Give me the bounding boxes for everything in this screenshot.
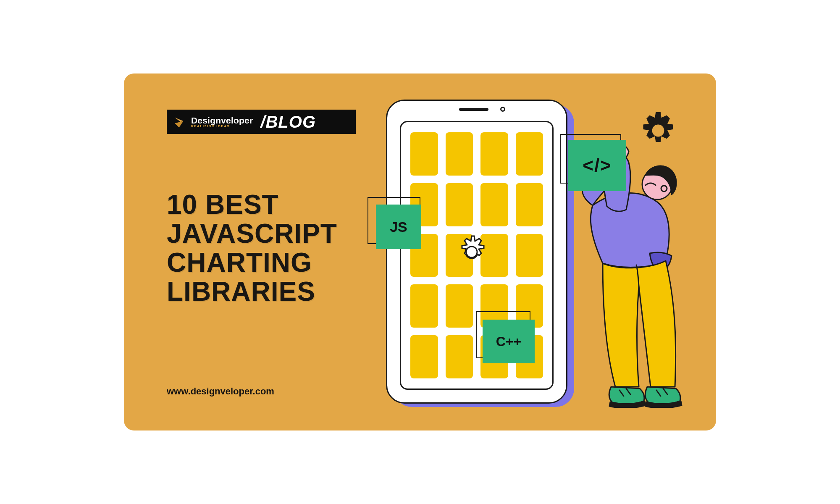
site-url: www.designveloper.com: [167, 386, 274, 397]
headline-line: CHARTING: [167, 248, 377, 277]
hero-card: Designveloper REALIZING IDEAS /BLOG 10 B…: [124, 74, 716, 430]
app-tile: [516, 183, 543, 226]
code-chip: </>: [568, 140, 626, 191]
app-tile: [410, 132, 438, 176]
headline: 10 BEST JAVASCRIPT CHARTING LIBRARIES: [167, 190, 377, 306]
app-tile: [446, 132, 473, 176]
js-chip: JS: [376, 205, 421, 249]
chip-label: </>: [583, 155, 612, 176]
headline-line: 10 BEST: [167, 190, 377, 219]
app-tile: [446, 335, 473, 378]
illustration: JS C++: [376, 97, 704, 420]
chip-label: C++: [496, 334, 521, 349]
app-tile: [516, 132, 543, 176]
headline-line: JAVASCRIPT: [167, 219, 377, 248]
app-tile: [410, 284, 438, 328]
brand-logo-icon: [173, 115, 187, 129]
blog-label: /BLOG: [260, 113, 316, 131]
cpp-chip: C++: [483, 320, 535, 363]
app-tile: [446, 284, 473, 328]
brand-name: Designveloper: [191, 116, 253, 125]
app-tile: [516, 234, 543, 277]
app-tile: [480, 132, 508, 176]
tablet-camera: [500, 107, 505, 112]
svg-point-1: [466, 247, 477, 257]
app-tile: [480, 183, 508, 226]
brand-text: Designveloper REALIZING IDEAS: [191, 116, 253, 128]
headline-line: LIBRARIES: [167, 277, 377, 306]
svg-point-4: [661, 186, 667, 192]
app-tile: [446, 183, 473, 226]
app-tile: [410, 335, 438, 378]
brand-tagline: REALIZING IDEAS: [191, 125, 253, 128]
chip-label: JS: [390, 219, 407, 235]
tablet-speaker: [459, 108, 488, 111]
gear-icon: [451, 231, 493, 273]
logo-bar: Designveloper REALIZING IDEAS /BLOG: [167, 110, 356, 134]
